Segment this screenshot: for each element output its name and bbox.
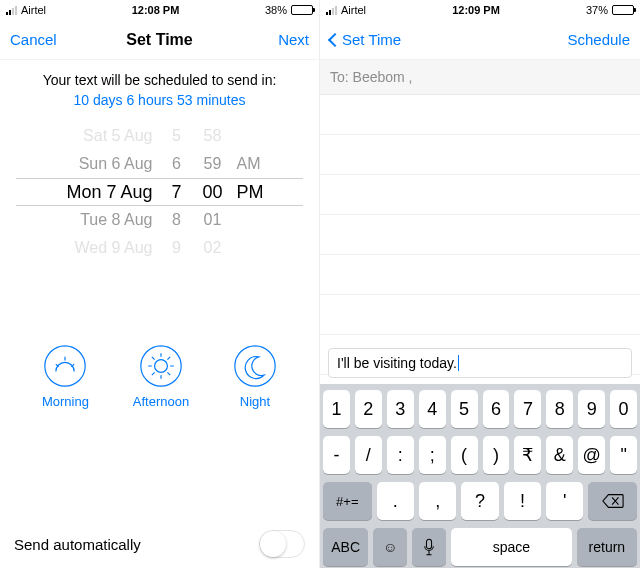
svg-point-0	[45, 346, 85, 386]
preset-label: Morning	[42, 394, 89, 409]
picker-hour-option[interactable]: 5	[159, 122, 195, 150]
send-auto-row: Send automatically	[0, 530, 319, 558]
clock-label: 12:09 PM	[452, 4, 500, 16]
key-5[interactable]: 5	[451, 390, 478, 428]
key-apostrophe[interactable]: '	[546, 482, 583, 520]
key-6[interactable]: 6	[483, 390, 510, 428]
carrier-label: Airtel	[21, 4, 46, 16]
sunrise-icon	[43, 344, 87, 388]
key-comma[interactable]: ,	[419, 482, 456, 520]
recipient-field[interactable]: To: Beebom ,	[320, 60, 640, 95]
text-cursor	[458, 355, 459, 371]
clock-label: 12:08 PM	[132, 4, 180, 16]
key-rupee[interactable]: ₹	[514, 436, 541, 474]
key-symbols[interactable]: #+=	[323, 482, 372, 520]
set-time-screen: Airtel 12:08 PM 38% Cancel Set Time Next…	[0, 0, 320, 568]
key-1[interactable]: 1	[323, 390, 350, 428]
schedule-button[interactable]: Schedule	[567, 31, 630, 48]
key-space[interactable]: space	[451, 528, 572, 566]
picker-period-selected[interactable]: PM	[231, 178, 271, 206]
send-auto-label: Send automatically	[14, 536, 141, 553]
picker-period-option[interactable]: AM	[231, 150, 271, 178]
nav-bar: Cancel Set Time Next	[0, 20, 319, 60]
status-left: Airtel	[326, 4, 366, 16]
picker-hour-selected[interactable]: 7	[159, 178, 195, 206]
status-left: Airtel	[6, 4, 46, 16]
key-slash[interactable]: /	[355, 436, 382, 474]
key-rparen[interactable]: )	[483, 436, 510, 474]
keyboard-row-2: - / : ; ( ) ₹ & @ "	[323, 436, 637, 474]
emoji-icon: ☺	[383, 539, 397, 555]
key-period[interactable]: .	[377, 482, 414, 520]
backspace-icon	[602, 493, 624, 509]
picker-minute-option[interactable]: 59	[195, 150, 231, 178]
nav-bar: Set Time Schedule	[320, 20, 640, 60]
svg-rect-4	[427, 539, 432, 548]
key-backspace[interactable]	[588, 482, 637, 520]
picker-minute-option[interactable]: 02	[195, 234, 231, 262]
picker-hour-option[interactable]: 8	[159, 206, 195, 234]
key-question[interactable]: ?	[461, 482, 498, 520]
back-button[interactable]: Set Time	[330, 31, 401, 48]
key-at[interactable]: @	[578, 436, 605, 474]
svg-point-3	[235, 346, 275, 386]
battery-pct-label: 38%	[265, 4, 287, 16]
key-return[interactable]: return	[577, 528, 637, 566]
key-0[interactable]: 0	[610, 390, 637, 428]
key-abc[interactable]: ABC	[323, 528, 368, 566]
to-value: Beebom ,	[353, 69, 413, 85]
key-dash[interactable]: -	[323, 436, 350, 474]
keyboard-row-1: 1 2 3 4 5 6 7 8 9 0	[323, 390, 637, 428]
send-auto-toggle[interactable]	[259, 530, 305, 558]
battery-icon	[291, 5, 313, 15]
picker-hour-option[interactable]: 6	[159, 150, 195, 178]
battery-pct-label: 37%	[586, 4, 608, 16]
chevron-left-icon	[330, 31, 340, 48]
status-bar: Airtel 12:08 PM 38%	[0, 0, 319, 20]
status-right: 38%	[265, 4, 313, 16]
datetime-picker[interactable]: Sat 5 Aug Sun 6 Aug Mon 7 Aug Tue 8 Aug …	[16, 122, 303, 262]
key-2[interactable]: 2	[355, 390, 382, 428]
picker-date-option[interactable]: Sun 6 Aug	[49, 150, 159, 178]
key-7[interactable]: 7	[514, 390, 541, 428]
picker-date-option[interactable]: Sat 5 Aug	[49, 122, 159, 150]
preset-label: Afternoon	[133, 394, 189, 409]
compose-input[interactable]: I'll be visiting today.	[328, 348, 632, 378]
keyboard: 1 2 3 4 5 6 7 8 9 0 - / : ; ( ) ₹ & @	[320, 384, 640, 568]
preset-afternoon-button[interactable]: Afternoon	[133, 344, 189, 409]
key-9[interactable]: 9	[578, 390, 605, 428]
battery-icon	[612, 5, 634, 15]
key-lparen[interactable]: (	[451, 436, 478, 474]
key-3[interactable]: 3	[387, 390, 414, 428]
picker-minute-option[interactable]: 58	[195, 122, 231, 150]
to-prefix: To:	[330, 69, 353, 85]
signal-icon	[326, 6, 337, 15]
key-colon[interactable]: :	[387, 436, 414, 474]
back-label: Set Time	[342, 31, 401, 48]
sun-icon	[139, 344, 183, 388]
picker-hour-option[interactable]: 9	[159, 234, 195, 262]
picker-minute-selected[interactable]: 00	[195, 178, 231, 206]
next-button[interactable]: Next	[278, 31, 309, 48]
key-exclaim[interactable]: !	[504, 482, 541, 520]
time-presets: Morning Afternoon Night	[0, 262, 319, 415]
key-8[interactable]: 8	[546, 390, 573, 428]
picker-minute-option[interactable]: 01	[195, 206, 231, 234]
picker-date-option[interactable]: Wed 9 Aug	[49, 234, 159, 262]
key-mic[interactable]	[412, 528, 446, 566]
message-body-area[interactable]: I'll be visiting today. 1 2 3 4 5 6 7 8 …	[320, 95, 640, 568]
moon-icon	[233, 344, 277, 388]
key-4[interactable]: 4	[419, 390, 446, 428]
signal-icon	[6, 6, 17, 15]
picker-date-option[interactable]: Tue 8 Aug	[49, 206, 159, 234]
key-quote[interactable]: "	[610, 436, 637, 474]
picker-date-selected[interactable]: Mon 7 Aug	[49, 178, 159, 206]
schedule-info-label: Your text will be scheduled to send in:	[0, 60, 319, 92]
key-semicolon[interactable]: ;	[419, 436, 446, 474]
carrier-label: Airtel	[341, 4, 366, 16]
key-amp[interactable]: &	[546, 436, 573, 474]
cancel-button[interactable]: Cancel	[10, 31, 57, 48]
key-emoji[interactable]: ☺	[373, 528, 407, 566]
preset-night-button[interactable]: Night	[233, 344, 277, 409]
preset-morning-button[interactable]: Morning	[42, 344, 89, 409]
